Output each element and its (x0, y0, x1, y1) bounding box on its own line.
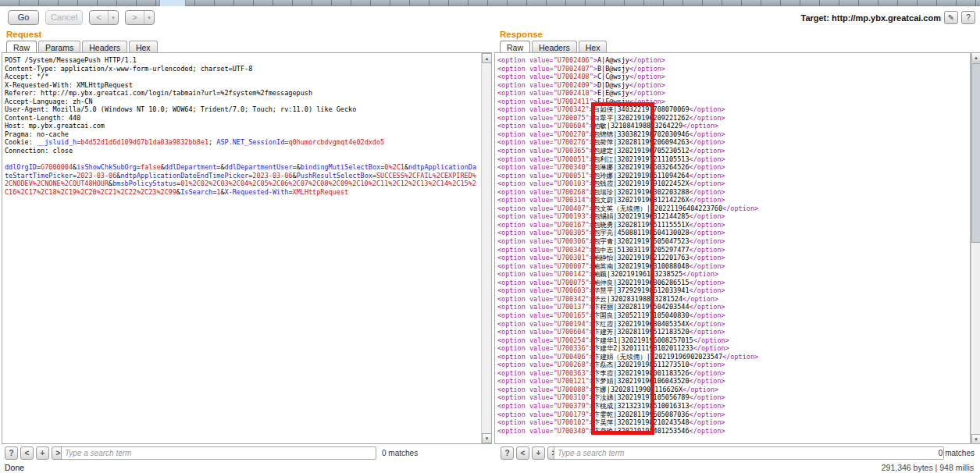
response-option-line: <option value="U700342">白如侠|340322197708… (497, 105, 968, 114)
tab-request-params[interactable]: Params (38, 41, 80, 53)
search-input[interactable] (554, 446, 944, 460)
response-option-line: <option value="U700379">卞桃成|321323198510… (497, 402, 968, 411)
tab-request-raw[interactable]: Raw (6, 41, 37, 53)
search-prev-button[interactable]: < (20, 446, 34, 460)
response-option-line: <option value="U700340">包琳娜|320219198603… (497, 163, 968, 172)
response-editor-text: <option value="U7002406">A|A@wsjy</optio… (497, 56, 968, 435)
response-scrollbar[interactable]: ▲ ▼ (971, 52, 980, 444)
response-tabs: RawHeadersHex (500, 41, 608, 53)
request-tabs: RawParamsHeadersHex (6, 41, 159, 53)
response-option-line: <option value="U700051">包玲娜|320219198611… (497, 172, 968, 180)
request-search-bar: ?<+> 0 matches (2, 446, 492, 462)
prev-request-button[interactable]: < ▾ (89, 10, 119, 25)
request-line (5, 155, 479, 164)
response-option-line: <option value="U7002406">A|A@wsjy</optio… (497, 56, 968, 65)
scrollbar-thumb[interactable] (971, 63, 980, 243)
match-count: 0 matches (382, 449, 418, 457)
status-message: Done (5, 463, 24, 472)
response-option-line: <option value="U700179">卞雯乾|320281199605… (497, 411, 968, 419)
response-option-line: <option value="U700193">包锡娟|320219196312… (497, 212, 968, 221)
request-editor[interactable]: POST /System/MessagePush HTTP/1.1Content… (2, 52, 492, 444)
request-line: Content-Length: 440 (5, 114, 479, 123)
response-option-line: <option value="U700270">包锦锦|330382198702… (497, 130, 968, 139)
response-option-line: <option value="U700254">卞建华1|32021919600… (497, 336, 968, 345)
response-option-line: <option value="U700075">鲍仲良|320219196806… (497, 279, 968, 287)
response-option-line: <option value="U700142">鲍颖|3202191961032… (497, 270, 968, 279)
response-option-line: <option value="U700340">卞燕艳|320219198401… (497, 427, 968, 436)
response-title: Response (500, 30, 543, 39)
tab-request-hex[interactable]: Hex (129, 41, 158, 53)
request-line: Connection: close (5, 147, 479, 155)
response-option-line: <option value="U700137">卞程丽|320281199504… (497, 303, 968, 311)
scroll-up-icon[interactable]: ▲ (482, 53, 492, 63)
tab-response-raw[interactable]: Raw (500, 41, 530, 53)
response-option-line: <option value="U7002411">F|F@wsjy</optio… (497, 98, 968, 106)
response-option-line: <option value="U700407">包文英（无续佣）|3202211… (497, 204, 968, 213)
response-option-line: <option value="U700604">柏敏|3210841988032… (497, 122, 968, 130)
request-scrollbar[interactable]: ▲ ▼ (481, 53, 491, 443)
annotation-red-box (591, 102, 654, 435)
request-line: Accept: */* (5, 73, 479, 81)
target-host: Target: http://mp.ybx.greatcai.com (800, 13, 941, 23)
response-option-line: <option value="U700603">毕慧平|372929198612… (497, 286, 968, 295)
help-button[interactable]: ? (961, 11, 975, 24)
request-title: Request (6, 30, 41, 39)
request-editor-text: POST /System/MessagePush HTTP/1.1Content… (5, 56, 479, 196)
request-line: Referer: http://mp.ybx.greatcai.com/logi… (5, 89, 479, 98)
edit-target-button[interactable]: ✎ (944, 11, 958, 24)
response-option-line: <option value="U700310">卞汝娣|320219197105… (497, 393, 968, 402)
response-option-line: <option value="U700167">包晓勇|320281199511… (497, 221, 968, 229)
response-option-line: <option value="U7002408">C|C@wsjy</optio… (497, 73, 968, 81)
search-input[interactable] (61, 446, 376, 460)
top-tab-strip[interactable] (0, 0, 980, 6)
response-option-line: <option value="U7002409">D|D@wsjy</optio… (497, 81, 968, 90)
request-line: Host: mp.ybx.greatcai.com (5, 122, 479, 130)
search-help-button[interactable]: ? (5, 446, 18, 460)
response-option-line: <option value="U7002407">B|B@wsjy</optio… (497, 65, 968, 73)
response-option-line: <option value="U700342">包中志|513031197205… (497, 246, 968, 254)
response-option-line: <option value="U7002410">E|E@wsjy</optio… (497, 89, 968, 98)
response-option-line: <option value="U700306">包宇青|320219197505… (497, 237, 968, 246)
response-option-line: <option value="U700268">包瑞珍|320219196302… (497, 188, 968, 197)
response-option-line: <option value="U700604">卞建芳|320281199512… (497, 328, 968, 336)
target-url: http://mp.ybx.greatcai.com (832, 13, 941, 23)
response-editor[interactable]: <option value="U7002406">A|A@wsjy</optio… (494, 52, 971, 444)
response-option-line: <option value="U700406">卞建娟（无续佣）|3202191… (497, 353, 968, 361)
scroll-down-icon[interactable]: ▼ (482, 433, 492, 443)
search-help-button[interactable]: ? (501, 446, 514, 460)
go-button[interactable]: Go (8, 10, 39, 25)
next-request-button[interactable]: > ▾ (125, 10, 155, 25)
scroll-down-icon[interactable]: ▼ (971, 434, 980, 444)
request-line: Content-Type: application/x-www-form-url… (5, 65, 479, 73)
response-option-line: <option value="U700165">卞国良|320521197105… (497, 311, 968, 320)
next-label: > (126, 11, 144, 24)
response-option-line: <option value="U700007">鲍英南|320219196310… (497, 262, 968, 271)
response-option-line: <option value="U700342">毕云|3202831988032… (497, 295, 968, 304)
response-option-line: <option value="U700121">卞梦娟|320219196106… (497, 377, 968, 386)
tab-response-headers[interactable]: Headers (532, 41, 577, 53)
response-option-line: <option value="U700336">卞建华2|32011119810… (497, 344, 968, 353)
response-option-line: <option value="U700276">包荷萍|320281199206… (497, 138, 968, 147)
match-count: 0 matches (939, 449, 975, 457)
repeater-window: Go Cancel < ▾ > ▾ Target: http://mp.ybx.… (0, 0, 980, 473)
cancel-button[interactable]: Cancel (45, 10, 83, 25)
tab-strip-separators (0, 0, 980, 5)
response-option-line: <option value="U700102">卞吴萍|320219198210… (497, 418, 968, 427)
search-prev-button[interactable]: < (516, 446, 529, 460)
request-line: Accept-Language: zh-CN (5, 98, 479, 106)
chevron-down-icon[interactable]: ▾ (144, 11, 154, 24)
request-line: Cookie: __jsluid_h=b4d52d1d6d109d67b1da0… (5, 138, 479, 147)
response-search-bar: ?<+> 0 matches (497, 446, 976, 462)
pencil-icon: ✎ (948, 13, 954, 22)
request-line: User-Agent: Mozilla/5.0 (Windows NT 10.0… (5, 105, 479, 114)
request-line: Pragma: no-cache (5, 130, 479, 139)
chevron-down-icon[interactable]: ▾ (108, 11, 118, 24)
tab-request-headers[interactable]: Headers (82, 41, 127, 53)
search-options-button[interactable]: + (36, 446, 49, 460)
tab-response-hex[interactable]: Hex (579, 41, 608, 53)
scroll-up-icon[interactable]: ▲ (971, 52, 980, 62)
request-body: ddlOrgID=G7000004&isShowChkSubOrg=false&… (5, 163, 479, 196)
response-option-line: <option value="U700088">卞娜|3202811990011… (497, 386, 968, 394)
active-top-tab[interactable] (159, 0, 186, 6)
search-options-button[interactable]: + (532, 446, 545, 460)
